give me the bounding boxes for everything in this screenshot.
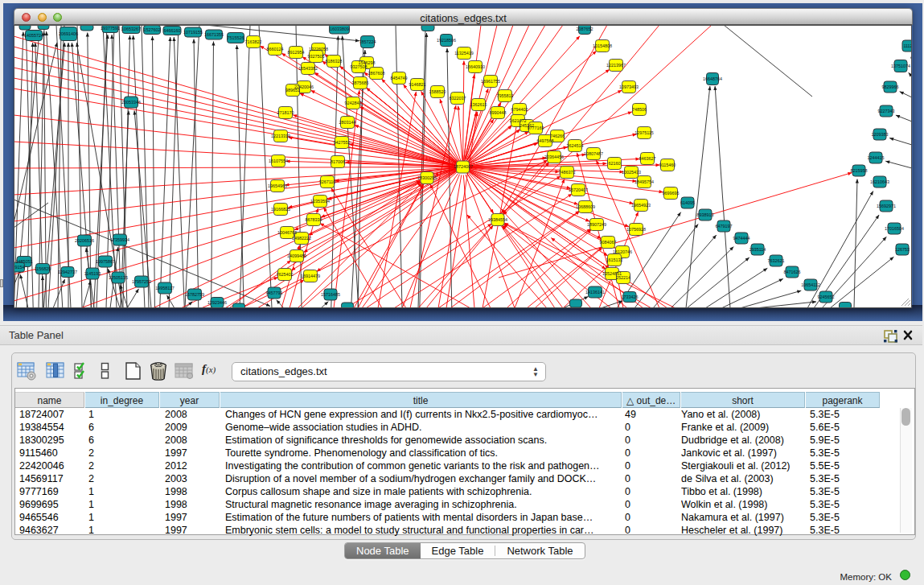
svg-text:10154808: 10154808: [593, 43, 612, 48]
svg-text:15716485: 15716485: [321, 292, 340, 297]
svg-text:16120746: 16120746: [613, 249, 632, 254]
svg-text:10653267: 10653267: [121, 27, 141, 31]
svg-text:7163822: 7163822: [245, 39, 262, 44]
svg-text:10973493: 10973493: [619, 84, 639, 89]
svg-text:39154: 39154: [14, 265, 25, 270]
svg-text:20053346: 20053346: [121, 100, 141, 105]
svg-text:2867608: 2867608: [368, 71, 385, 76]
svg-text:17957253: 17957253: [132, 279, 151, 284]
svg-text:1156829: 1156829: [35, 266, 51, 271]
svg-text:12942737: 12942737: [58, 270, 77, 274]
svg-text:10719155: 10719155: [183, 30, 203, 35]
svg-text:12213967: 12213967: [606, 63, 626, 68]
svg-text:16961755: 16961755: [481, 79, 500, 84]
svg-text:10046768: 10046768: [277, 230, 297, 235]
svg-text:14136141: 14136141: [585, 290, 605, 295]
svg-text:2087652: 2087652: [577, 27, 593, 31]
svg-text:10025433: 10025433: [622, 170, 641, 175]
svg-text:6479197: 6479197: [716, 224, 733, 229]
svg-text:746266: 746266: [550, 134, 565, 138]
svg-text:12923446: 12923446: [207, 300, 227, 305]
svg-text:9829966: 9829966: [882, 84, 899, 89]
svg-text:18300295: 18300295: [417, 175, 437, 180]
svg-text:13751074: 13751074: [891, 64, 910, 68]
svg-text:8463627: 8463627: [639, 156, 656, 161]
svg-text:14055724: 14055724: [24, 33, 43, 38]
svg-text:19218506: 19218506: [437, 38, 456, 43]
svg-text:6466160: 6466160: [164, 28, 181, 33]
svg-text:20364456: 20364456: [544, 154, 564, 159]
svg-text:9327508: 9327508: [351, 64, 368, 69]
svg-text:2935114: 2935114: [749, 247, 766, 252]
svg-text:3875685: 3875685: [352, 80, 369, 85]
svg-text:8912954: 8912954: [288, 50, 305, 55]
svg-text:10756928: 10756928: [626, 227, 646, 232]
svg-text:6497568: 6497568: [537, 138, 554, 143]
svg-text:614095: 614095: [680, 200, 695, 205]
svg-text:8471626: 8471626: [784, 270, 801, 274]
svg-text:19166825: 19166825: [271, 207, 290, 212]
svg-text:126753: 126753: [895, 247, 910, 252]
svg-text:16782759: 16782759: [185, 292, 204, 297]
svg-text:17016504: 17016504: [885, 226, 904, 231]
svg-text:16671355: 16671355: [204, 32, 224, 37]
svg-text:3267110: 3267110: [319, 179, 336, 184]
svg-text:9699695: 9699695: [663, 191, 680, 196]
svg-text:1588520: 1588520: [429, 89, 446, 94]
svg-text:989651: 989651: [285, 88, 300, 93]
svg-text:14099489: 14099489: [287, 253, 306, 258]
svg-text:1112: 1112: [903, 43, 912, 48]
svg-text:3624514: 3624514: [567, 143, 584, 148]
svg-text:9084067: 9084067: [600, 240, 617, 245]
svg-text:9327505: 9327505: [308, 54, 325, 59]
svg-text:8660124: 8660124: [267, 47, 284, 51]
svg-text:2718170: 2718170: [277, 110, 294, 115]
svg-text:17359934: 17359934: [110, 237, 129, 242]
svg-text:16543382: 16543382: [298, 66, 318, 71]
svg-text:8678334: 8678334: [306, 217, 322, 222]
svg-text:12505135: 12505135: [109, 275, 128, 280]
svg-text:19384554: 19384554: [488, 217, 507, 222]
svg-text:12213319: 12213319: [271, 134, 290, 138]
svg-text:9115460: 9115460: [659, 163, 676, 167]
svg-text:19654923: 19654923: [631, 203, 651, 208]
svg-text:10688609: 10688609: [576, 204, 595, 209]
svg-text:16033809: 16033809: [330, 27, 349, 31]
svg-text:1485051: 1485051: [16, 259, 33, 264]
svg-text:18724007: 18724007: [454, 164, 473, 169]
svg-text:19377591: 19377591: [101, 26, 120, 31]
svg-text:12353594: 12353594: [310, 199, 330, 204]
svg-text:11325419: 11325419: [454, 51, 474, 56]
svg-text:7625402: 7625402: [277, 272, 294, 277]
svg-text:8215958: 8215958: [851, 168, 868, 173]
svg-text:8990448: 8990448: [490, 110, 507, 115]
svg-text:9457791: 9457791: [266, 290, 283, 295]
svg-text:7632621: 7632621: [768, 258, 785, 263]
svg-text:16914479: 16914479: [301, 274, 320, 278]
svg-text:7515526: 7515526: [228, 35, 244, 40]
svg-text:1615132: 1615132: [606, 257, 623, 262]
svg-text:748506: 748506: [632, 107, 647, 112]
svg-text:1733426: 1733426: [622, 295, 639, 299]
svg-text:9777169: 9777169: [528, 126, 544, 130]
svg-text:1145193: 1145193: [84, 271, 101, 276]
svg-text:6794402: 6794402: [511, 107, 528, 112]
svg-text:14982222: 14982222: [292, 236, 311, 241]
svg-text:8454749: 8454749: [391, 76, 408, 80]
svg-text:9146821: 9146821: [409, 82, 426, 87]
svg-text:18495754: 18495754: [634, 179, 654, 184]
svg-text:10654112: 10654112: [801, 282, 820, 287]
svg-text:15720407: 15720407: [569, 187, 588, 192]
svg-text:20206516: 20206516: [75, 238, 94, 243]
svg-text:252214: 252214: [616, 275, 630, 280]
svg-text:9245652: 9245652: [818, 295, 835, 299]
svg-text:62160: 62160: [609, 161, 621, 166]
svg-text:19958117: 19958117: [155, 286, 175, 290]
svg-text:16210643: 16210643: [870, 179, 889, 184]
svg-text:7857224: 7857224: [359, 39, 376, 44]
svg-text:1244415: 1244415: [868, 155, 885, 160]
svg-text:1527602: 1527602: [144, 27, 161, 32]
svg-text:1209383: 1209383: [872, 132, 889, 137]
svg-text:817006: 817006: [331, 159, 345, 164]
svg-text:18907249: 18907249: [587, 222, 606, 227]
